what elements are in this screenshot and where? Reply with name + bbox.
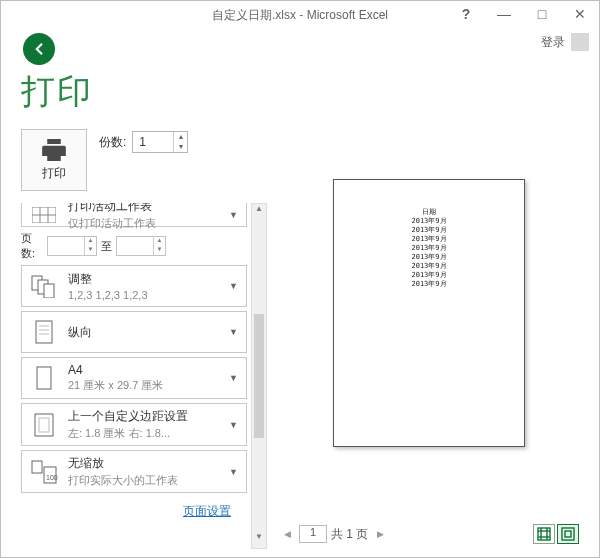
show-margins-button[interactable] xyxy=(533,524,555,544)
scroll-down-icon[interactable]: ▼ xyxy=(252,532,266,548)
sheet-grid-icon xyxy=(32,207,56,223)
orientation-title: 纵向 xyxy=(68,324,219,341)
page-total-label: 共 1 页 xyxy=(331,526,368,543)
copies-value: 1 xyxy=(133,135,173,149)
svg-rect-17 xyxy=(538,528,550,540)
page-icon xyxy=(34,365,54,391)
paper-size-dropdown[interactable]: A421 厘米 x 29.7 厘米 ▼ xyxy=(21,357,247,399)
login-link[interactable]: 登录 xyxy=(541,34,565,51)
page-title: 打印 xyxy=(21,69,267,115)
back-arrow-icon xyxy=(30,40,48,58)
preview-page: 日期 2013年9月 2013年9月 2013年9月 2013年9月 2013年… xyxy=(333,179,525,447)
svg-rect-23 xyxy=(565,531,571,537)
chevron-down-icon: ▼ xyxy=(227,281,240,291)
page-setup-link[interactable]: 页面设置 xyxy=(183,504,231,518)
current-page-input[interactable]: 1 xyxy=(299,525,327,543)
portrait-icon xyxy=(33,319,55,345)
pages-to-label: 至 xyxy=(101,239,112,254)
print-what-dropdown[interactable]: 打印活动工作表仅打印活动工作表 ▼ xyxy=(21,203,247,227)
collate-dropdown[interactable]: 调整1,2,3 1,2,3 1,2,3 ▼ xyxy=(21,265,247,307)
scroll-up-icon[interactable]: ▲ xyxy=(252,204,266,220)
spinner-down-icon[interactable]: ▼ xyxy=(174,142,187,152)
margins-icon xyxy=(33,412,55,438)
window-title: 自定义日期.xlsx - Microsoft Excel xyxy=(212,7,388,24)
spinner-up-icon[interactable]: ▲ xyxy=(174,132,187,142)
collate-sub: 1,2,3 1,2,3 1,2,3 xyxy=(68,289,219,301)
scaling-title: 无缩放 xyxy=(68,455,219,472)
prev-page-button[interactable]: ◀ xyxy=(279,526,295,542)
print-button[interactable]: 打印 xyxy=(21,129,87,191)
chevron-down-icon: ▼ xyxy=(227,420,240,430)
printer-icon xyxy=(40,139,68,161)
print-what-title: 打印活动工作表 xyxy=(68,203,219,215)
print-preview: 日期 2013年9月 2013年9月 2013年9月 2013年9月 2013年… xyxy=(275,105,583,521)
margins-sub: 左: 1.8 厘米 右: 1.8... xyxy=(68,426,219,441)
collate-title: 调整 xyxy=(68,271,219,288)
svg-rect-13 xyxy=(39,418,49,432)
collate-icon xyxy=(30,274,58,298)
scroll-thumb[interactable] xyxy=(254,314,264,439)
preview-content: 日期 2013年9月 2013年9月 2013年9月 2013年9月 2013年… xyxy=(411,208,446,289)
svg-rect-12 xyxy=(35,414,53,436)
chevron-down-icon: ▼ xyxy=(227,210,240,220)
next-page-button[interactable]: ▶ xyxy=(372,526,388,542)
chevron-down-icon: ▼ xyxy=(227,373,240,383)
paper-size-title: A4 xyxy=(68,363,219,377)
maximize-button[interactable]: □ xyxy=(523,1,561,27)
scaling-sub: 打印实际大小的工作表 xyxy=(68,473,219,488)
scaling-icon: 100 xyxy=(30,459,58,485)
paper-size-sub: 21 厘米 x 29.7 厘米 xyxy=(68,378,219,393)
svg-rect-14 xyxy=(32,461,42,473)
svg-rect-7 xyxy=(36,321,52,343)
options-scrollbar[interactable]: ▲ ▼ xyxy=(251,203,267,549)
chevron-down-icon: ▼ xyxy=(227,467,240,477)
svg-rect-11 xyxy=(37,367,51,389)
svg-text:100: 100 xyxy=(46,474,58,481)
copies-label: 份数: xyxy=(99,134,126,151)
close-button[interactable]: ✕ xyxy=(561,1,599,27)
svg-rect-22 xyxy=(562,528,574,540)
minimize-button[interactable]: — xyxy=(485,1,523,27)
user-avatar-icon[interactable] xyxy=(571,33,589,51)
pages-to-input[interactable]: ▲▼ xyxy=(116,236,166,256)
pages-from-label: 页数: xyxy=(21,231,43,261)
print-button-label: 打印 xyxy=(42,165,66,182)
orientation-dropdown[interactable]: 纵向 ▼ xyxy=(21,311,247,353)
print-what-sub: 仅打印活动工作表 xyxy=(68,216,219,231)
chevron-down-icon: ▼ xyxy=(227,327,240,337)
pages-from-input[interactable]: ▲▼ xyxy=(47,236,97,256)
svg-rect-6 xyxy=(44,284,54,298)
zoom-to-page-button[interactable] xyxy=(557,524,579,544)
help-button[interactable]: ? xyxy=(447,1,485,27)
margins-title: 上一个自定义边距设置 xyxy=(68,408,219,425)
margins-dropdown[interactable]: 上一个自定义边距设置左: 1.8 厘米 右: 1.8... ▼ xyxy=(21,403,247,446)
scaling-dropdown[interactable]: 100 无缩放打印实际大小的工作表 ▼ xyxy=(21,450,247,493)
copies-spinner[interactable]: 1 ▲▼ xyxy=(132,131,188,153)
